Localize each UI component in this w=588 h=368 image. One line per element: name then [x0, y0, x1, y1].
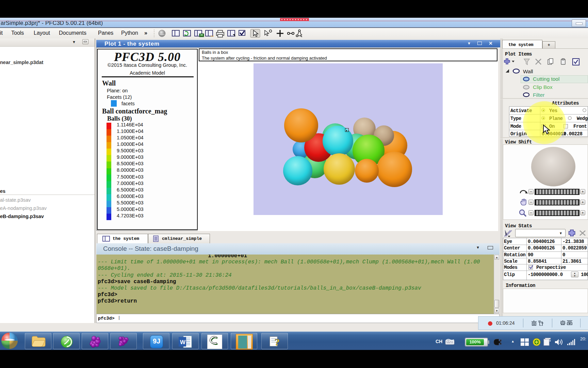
svg-text:W: W — [180, 339, 186, 346]
svg-text:?: ? — [275, 336, 280, 348]
